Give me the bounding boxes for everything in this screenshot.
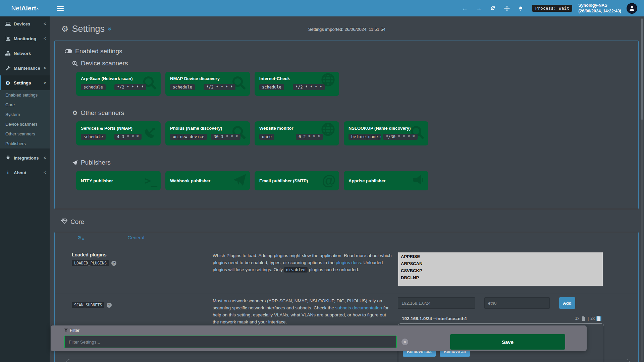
card-services-ports[interactable]: Services & Ports (NMAP) schedule4 3 * * … xyxy=(76,121,161,145)
sidebar-item-label: Network xyxy=(14,51,31,56)
loaded-plugins-row: Loaded plugins LOADED_PLUGINS ? Which Pl… xyxy=(55,243,638,286)
refresh-icon[interactable] xyxy=(490,5,496,11)
sidebar-item-devices[interactable]: Devices < xyxy=(0,16,50,31)
plugins-docs-link[interactable]: plugins docs xyxy=(336,260,361,265)
submenu-item-publishers[interactable]: Publishers xyxy=(0,139,50,148)
submenu-item-other-scanners[interactable]: Other scanners xyxy=(0,129,50,139)
card-ntfy[interactable]: >_ NTFY publisher xyxy=(76,171,161,190)
funnel-icon xyxy=(64,328,68,333)
sidebar-item-network[interactable]: Network xyxy=(0,46,50,61)
section-title: Core xyxy=(70,218,84,226)
sidebar-item-maintenance[interactable]: Maintenance < xyxy=(0,61,50,75)
cron-badge: */2 * * * * xyxy=(293,84,325,90)
search-plus-icon xyxy=(72,61,78,66)
document-icon[interactable] xyxy=(596,316,601,321)
wrench-icon xyxy=(5,66,11,70)
bell-icon[interactable] xyxy=(518,5,523,11)
filter-settings-input[interactable] xyxy=(64,336,397,348)
question-icon[interactable]: ? xyxy=(111,261,116,266)
trigger-badge: before_name_upd xyxy=(348,134,381,140)
other-scanners-cards: Services & Ports (NMAP) schedule4 3 * * … xyxy=(76,121,628,145)
subnet-entry-text: 192.168.1.0/24 --interface=eth1 xyxy=(402,316,467,321)
host-timestamp: (26/06/2024, 14:22:43) xyxy=(578,8,621,14)
terminal-icon: >_ xyxy=(144,174,157,187)
avatar[interactable] xyxy=(627,3,637,14)
brand-sup: x xyxy=(37,6,39,10)
listbox-option[interactable]: DBCLNP xyxy=(398,274,603,281)
group-title: Publishers xyxy=(81,159,111,166)
trigger-badge: on_new_device xyxy=(170,134,207,140)
loaded-plugins-listbox[interactable]: APPRISE ARPSCAN CSVBCKP DBCLNP xyxy=(398,252,603,286)
paper-plane-icon xyxy=(72,160,78,166)
move-icon[interactable] xyxy=(504,5,510,11)
sidebar-item-label: Settings xyxy=(14,80,31,85)
navbar-right-group: ← → Process: Wait Synology-NAS (26/06/20… xyxy=(453,3,639,14)
loaded-plugins-description: Which Plugins to load. Adding plugins mi… xyxy=(213,252,392,286)
card-email-smtp[interactable]: @ Email publisher (SMTP) xyxy=(255,171,339,190)
card-webhook[interactable]: Webhook publisher xyxy=(165,171,250,190)
forward-arrow-icon[interactable]: → xyxy=(476,5,482,11)
submenu-item-device-scanners[interactable]: Device scanners xyxy=(0,119,50,129)
entry-count-2: 2x xyxy=(590,316,595,321)
publishers-heading: Publishers xyxy=(72,159,628,166)
monitoring-icon xyxy=(5,36,11,41)
card-title: Email publisher (SMTP) xyxy=(259,178,308,183)
card-title: Pholus (Name discovery) xyxy=(170,126,245,131)
other-scanners-heading: ♻ Other scanners xyxy=(72,109,628,117)
entry-count-1: 1x xyxy=(575,316,580,321)
sidebar-item-monitoring[interactable]: Monitoring < xyxy=(0,31,50,46)
save-button[interactable]: Save xyxy=(450,334,565,350)
entry-divider: | xyxy=(588,316,589,321)
sidebar-item-integrations[interactable]: Integrations < xyxy=(0,150,50,165)
filter-label: Filter xyxy=(70,328,79,333)
add-button[interactable]: Add xyxy=(559,297,575,309)
subnets-docs-link[interactable]: subnets documentation xyxy=(335,305,382,310)
listbox-option[interactable]: APPRISE xyxy=(398,253,603,260)
sidebar-item-label: Devices xyxy=(14,21,30,26)
main-content: ⚙ Settings » Settings imported: 26/06/20… xyxy=(50,16,644,362)
filter-overlay: Filter ✕ Save xyxy=(51,325,587,351)
card-nmap-discovery[interactable]: NMAP Device discovery schedule*/2 * * * … xyxy=(165,72,250,96)
card-title: Website monitor xyxy=(259,126,334,131)
settings-submenu: Enabled settings Core System Device scan… xyxy=(0,90,50,148)
interface-input[interactable] xyxy=(484,297,550,309)
listbox-option[interactable]: ARPSCAN xyxy=(398,260,603,267)
sidebar-item-about[interactable]: i About < xyxy=(0,165,50,180)
process-status-badge: Process: Wait xyxy=(532,5,572,12)
other-scanners-group: ♻ Other scanners Services & Ports (NMAP)… xyxy=(72,109,628,145)
tab-general[interactable]: General xyxy=(127,235,144,240)
submenu-item-core[interactable]: Core xyxy=(0,100,50,110)
at-sign-icon: @ xyxy=(322,173,336,189)
card-arpscan[interactable]: Arp-Scan (Network scan) schedule*/2 * * … xyxy=(76,72,161,96)
desc-text: plugins can be unloaded. xyxy=(308,267,359,272)
submenu-item-enabled-settings[interactable]: Enabled settings xyxy=(0,90,50,100)
card-internet-check[interactable]: Internet-Check schedule*/2 * * * * xyxy=(255,72,339,96)
host-name: Synology-NAS xyxy=(578,3,621,8)
clear-filter-icon[interactable]: ✕ xyxy=(401,339,408,345)
plug-icon xyxy=(5,156,11,160)
chevron-left-icon: < xyxy=(44,21,46,26)
back-arrow-icon[interactable]: ← xyxy=(462,5,468,11)
cron-badge: 30 3 * * * xyxy=(211,134,240,140)
card-nslookup[interactable]: NSLOOKUP (Name discovery) before_name_up… xyxy=(344,121,428,145)
subnet-entry-row[interactable]: 192.168.1.0/24 --interface=eth1 1x | 2x xyxy=(398,315,604,322)
card-title: Internet-Check xyxy=(259,76,334,81)
app-logo: NetAlertx xyxy=(0,0,50,16)
document-icon[interactable] xyxy=(581,316,586,321)
listbox-option[interactable]: CSVBCKP xyxy=(398,267,603,274)
card-apprise[interactable]: Apprise publisher xyxy=(344,171,428,190)
hamburger-icon[interactable] xyxy=(57,6,64,11)
card-website-monitor[interactable]: Website monitor once0 2 * * * xyxy=(255,121,339,145)
submenu-item-system[interactable]: System xyxy=(0,110,50,119)
core-heading: Core xyxy=(61,218,84,226)
card-pholus[interactable]: Pholus (Name discovery) on_new_device30 … xyxy=(165,121,250,145)
sidebar-item-settings[interactable]: ⚙ Settings < xyxy=(0,75,50,90)
card-title: Webhook publisher xyxy=(170,178,210,183)
sidebar: Devices < Monitoring < Network Maintenan… xyxy=(0,16,50,362)
subnet-input[interactable] xyxy=(398,297,475,309)
scrollbar-thumb[interactable] xyxy=(641,19,643,120)
question-icon[interactable]: ? xyxy=(107,303,112,308)
brand-bold: Alert xyxy=(21,5,36,12)
core-tabs: ⚙⚙ General xyxy=(55,232,638,243)
cron-badge: */2 * * * * xyxy=(204,84,235,90)
